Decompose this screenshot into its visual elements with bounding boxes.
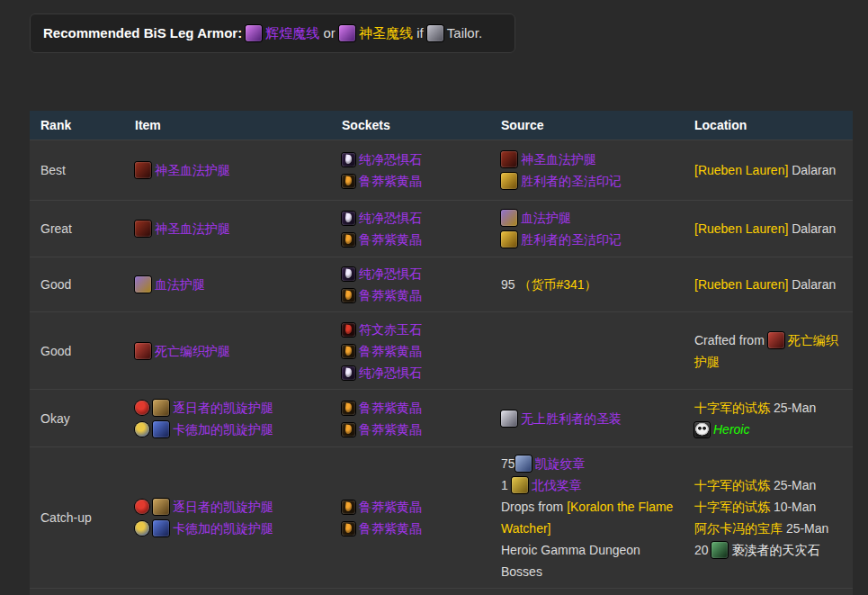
- legs-bloodmage-icon[interactable]: [501, 210, 517, 226]
- gem-dreadstone-icon[interactable]: [342, 153, 355, 167]
- link[interactable]: 血法护腿: [155, 277, 205, 292]
- link[interactable]: 鲁莽紫黄晶: [359, 521, 422, 536]
- link[interactable]: 鲁莽紫黄晶: [359, 500, 422, 514]
- emblem-triumph-icon[interactable]: [515, 455, 532, 472]
- rank-label: Great: [40, 221, 72, 236]
- gem-cardinal-icon[interactable]: [342, 323, 355, 337]
- scourgestone-icon[interactable]: [711, 542, 728, 558]
- trophy-icon[interactable]: [501, 173, 517, 189]
- legs-holy-bloodmage-icon[interactable]: [135, 162, 151, 178]
- link[interactable]: 纯净恐惧石: [359, 211, 422, 225]
- link[interactable]: 鲁莽紫黄晶: [359, 232, 422, 247]
- link[interactable]: 十字军的试炼: [694, 500, 770, 514]
- gem-ametrine-icon[interactable]: [342, 289, 355, 302]
- gem-ametrine-icon[interactable]: [342, 233, 355, 247]
- item-line: 神圣血法护腿: [135, 218, 324, 239]
- gem-dreadstone-icon[interactable]: [342, 366, 355, 380]
- link[interactable]: 逐日者的凯旋护腿: [173, 500, 273, 514]
- source-line: Drops from [Koralon the Flame Watcher]: [501, 496, 676, 539]
- link[interactable]: 鲁莽紫黄晶: [359, 422, 422, 437]
- link[interactable]: 死亡编织护腿: [155, 344, 230, 358]
- link[interactable]: 血法护腿: [521, 211, 571, 225]
- gem-ametrine-icon[interactable]: [342, 423, 355, 437]
- link[interactable]: 北伐奖章: [532, 478, 582, 492]
- link[interactable]: [Rueben Lauren]: [694, 277, 788, 292]
- text: 20: [694, 543, 711, 557]
- location-line: 十字军的试炼 25-Man: [694, 397, 846, 419]
- legs-bloodmage-icon[interactable]: [135, 276, 151, 293]
- thread-sacred-icon[interactable]: [339, 25, 355, 41]
- legs-deathweave-icon[interactable]: [768, 332, 784, 348]
- cell-location: 十字军的试炼 25-ManHeroic: [684, 390, 853, 447]
- legs-khadgar-icon[interactable]: [153, 520, 169, 536]
- gem-ametrine-icon[interactable]: [342, 522, 355, 536]
- link[interactable]: 阿尔卡冯的宝库: [694, 521, 783, 536]
- seal-champion-icon[interactable]: [512, 477, 528, 493]
- link[interactable]: 符文赤玉石: [359, 322, 422, 337]
- column-header-rank: Rank: [30, 111, 124, 140]
- link[interactable]: 十字军的试炼: [694, 478, 770, 492]
- link[interactable]: （货币#341）: [518, 277, 596, 292]
- link[interactable]: 凯旋纹章: [535, 456, 586, 471]
- cell-location: [Rueben Lauren] Dalaran: [684, 201, 853, 257]
- legs-khadgar-icon[interactable]: [153, 421, 169, 437]
- rank-label: Good: [40, 344, 71, 358]
- faction-alliance-icon: [135, 521, 149, 536]
- table-row: Catch-up逐日者的凯旋护腿卡德加的凯旋护腿鲁莽紫黄晶鲁莽紫黄晶75凯旋纹章…: [30, 447, 853, 589]
- legs-holy-bloodmage-icon[interactable]: [501, 151, 517, 167]
- link[interactable]: 辉煌魔线: [265, 25, 319, 41]
- link[interactable]: 胜利者的圣洁印记: [521, 232, 622, 247]
- legs-sunstrider-icon[interactable]: [153, 400, 169, 416]
- link[interactable]: 胜利者的圣洁印记: [521, 174, 622, 188]
- link[interactable]: 鲁莽紫黄晶: [359, 174, 422, 188]
- source-line: 无上胜利者的圣装: [501, 408, 676, 429]
- link[interactable]: 鲁莽紫黄晶: [359, 344, 422, 358]
- location-line: [Rueben Lauren] Dalaran: [694, 218, 846, 239]
- link[interactable]: 纯净恐惧石: [359, 266, 422, 281]
- source-line: 95 （货币#341）: [501, 274, 676, 295]
- gem-ametrine-icon[interactable]: [342, 401, 355, 415]
- gem-dreadstone-icon[interactable]: [342, 212, 355, 225]
- link[interactable]: 鲁莽紫黄晶: [359, 288, 422, 302]
- table-row: Good死亡编织护腿符文赤玉石鲁莽紫黄晶纯净恐惧石Crafted from 死亡…: [30, 312, 853, 390]
- link[interactable]: 卡德加的凯旋护腿: [173, 521, 273, 536]
- gem-dreadstone-icon[interactable]: [342, 267, 355, 281]
- link[interactable]: 逐日者的凯旋护腿: [173, 401, 273, 415]
- link[interactable]: 纯净恐惧石: [359, 152, 422, 167]
- item-line: 神圣血法护腿: [135, 159, 324, 181]
- legs-deathweave-icon[interactable]: [135, 343, 151, 359]
- gem-ametrine-icon[interactable]: [342, 500, 355, 514]
- cell-item: 血法护腿: [124, 257, 331, 312]
- source-line: 1 北伐奖章: [501, 474, 676, 496]
- link[interactable]: 纯净恐惧石: [359, 365, 422, 380]
- legs-sunstrider-icon[interactable]: [153, 499, 169, 515]
- faction-alliance-icon: [135, 422, 149, 437]
- text: Drops from: [501, 500, 567, 514]
- link[interactable]: 无上胜利者的圣装: [521, 411, 622, 426]
- link[interactable]: [Rueben Lauren]: [694, 221, 788, 236]
- gem-ametrine-icon[interactable]: [342, 175, 355, 188]
- link[interactable]: 神圣魔线: [359, 25, 413, 41]
- link[interactable]: Heroic: [713, 422, 749, 437]
- text: Crafted from: [694, 333, 768, 347]
- trophy-icon[interactable]: [501, 231, 517, 248]
- link[interactable]: 神圣血法护腿: [521, 152, 596, 167]
- text: 25-Man: [770, 401, 816, 415]
- cell-source: 75凯旋纹章1 北伐奖章Drops from [Koralon the Flam…: [490, 447, 684, 589]
- item-line: 逐日者的凯旋护腿: [135, 397, 324, 419]
- link[interactable]: 亵渎者的天灾石: [731, 543, 819, 557]
- location-line: [Rueben Lauren] Dalaran: [694, 274, 846, 295]
- link[interactable]: 卡德加的凯旋护腿: [173, 422, 273, 437]
- cell-rank: [30, 589, 124, 595]
- tailor-icon[interactable]: [427, 25, 443, 41]
- link[interactable]: 神圣血法护腿: [155, 163, 230, 177]
- gem-ametrine-icon[interactable]: [342, 345, 355, 358]
- tabard-icon[interactable]: [501, 410, 517, 427]
- thread-brilliant-icon[interactable]: [246, 25, 262, 41]
- cell-item: 神圣血法护腿: [124, 140, 331, 201]
- legs-holy-bloodmage-icon[interactable]: [135, 221, 151, 237]
- link[interactable]: [Rueben Lauren]: [694, 163, 788, 177]
- link[interactable]: 神圣血法护腿: [155, 221, 230, 236]
- link[interactable]: 十字军的试炼: [694, 401, 770, 415]
- link[interactable]: 鲁莽紫黄晶: [359, 401, 422, 415]
